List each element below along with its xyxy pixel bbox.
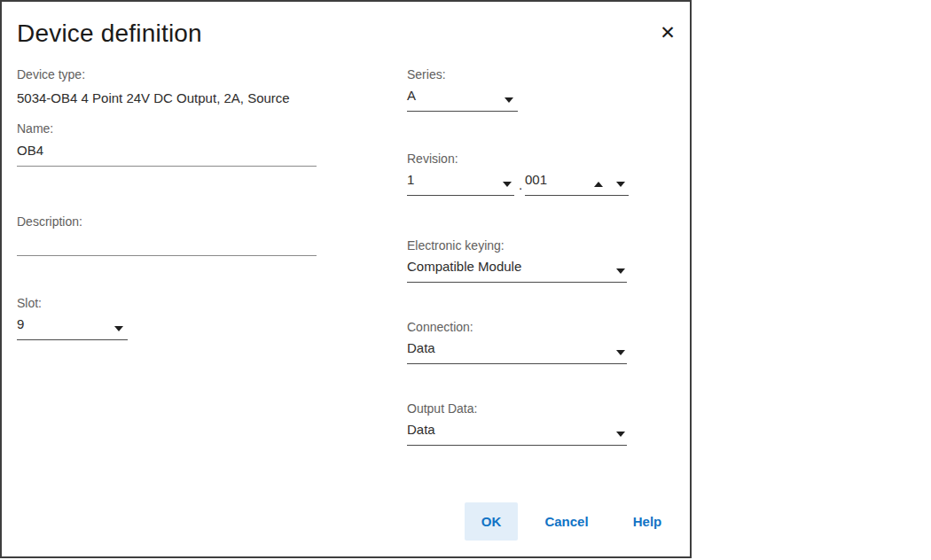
device-type-field: Device type: 5034-OB4 4 Point 24V DC Out… — [17, 66, 389, 108]
output-data-field: Output Data: Data — [407, 400, 627, 446]
description-field: Description: — [17, 213, 317, 256]
name-input[interactable] — [17, 140, 317, 167]
dropdown-arrow-icon — [114, 326, 123, 331]
slot-label: Slot: — [17, 294, 128, 312]
spinner-up-icon[interactable] — [594, 182, 603, 187]
device-type-value: 5034-OB4 4 Point 24V DC Output, 2A, Sour… — [17, 89, 389, 108]
dropdown-arrow-icon — [616, 432, 625, 437]
close-icon[interactable]: ✕ — [654, 19, 681, 46]
device-definition-dialog: Device definition ✕ Device type: 5034-OB… — [0, 0, 692, 558]
cancel-button[interactable]: Cancel — [529, 502, 604, 541]
description-input[interactable] — [17, 233, 317, 256]
dialog-title: Device definition — [17, 19, 202, 48]
electronic-keying-field: Electronic keying: Compatible Module — [407, 237, 627, 283]
revision-minor-value: 001 — [525, 172, 547, 187]
output-data-dropdown[interactable]: Data — [407, 420, 627, 446]
electronic-keying-label: Electronic keying: — [407, 237, 627, 254]
slot-dropdown[interactable]: 9 — [17, 315, 128, 340]
series-value: A — [407, 88, 416, 103]
slot-field: Slot: 9 — [17, 294, 128, 340]
output-data-value: Data — [407, 422, 435, 437]
connection-value: Data — [407, 340, 435, 355]
description-label: Description: — [17, 213, 317, 230]
dropdown-arrow-icon — [616, 350, 625, 355]
ok-button[interactable]: OK — [465, 502, 518, 541]
series-label: Series: — [407, 66, 518, 83]
revision-major-dropdown[interactable]: 1 — [407, 170, 514, 196]
connection-dropdown[interactable]: Data — [407, 338, 627, 364]
electronic-keying-dropdown[interactable]: Compatible Module — [407, 257, 627, 283]
dropdown-arrow-icon — [616, 268, 625, 274]
series-dropdown[interactable]: A — [407, 86, 518, 112]
revision-label: Revision: — [407, 150, 514, 167]
dropdown-arrow-icon — [505, 97, 513, 103]
revision-separator: . — [519, 177, 522, 192]
electronic-keying-value: Compatible Module — [407, 259, 521, 274]
spinner-down-icon[interactable] — [616, 182, 625, 187]
connection-field: Connection: Data — [407, 318, 627, 364]
connection-label: Connection: — [407, 318, 627, 336]
slot-value: 9 — [17, 316, 24, 331]
revision-minor-spinner[interactable]: 001 — [525, 170, 629, 196]
name-field: Name: — [17, 120, 317, 167]
output-data-label: Output Data: — [407, 400, 627, 417]
help-button[interactable]: Help — [617, 502, 677, 541]
revision-major-field: Revision: 1 — [407, 150, 514, 196]
name-label: Name: — [17, 120, 317, 137]
revision-minor-field: 001 — [525, 150, 629, 196]
dropdown-arrow-icon — [503, 182, 512, 187]
device-type-label: Device type: — [17, 66, 389, 83]
revision-major-value: 1 — [407, 172, 414, 187]
series-field: Series: A — [407, 66, 518, 112]
